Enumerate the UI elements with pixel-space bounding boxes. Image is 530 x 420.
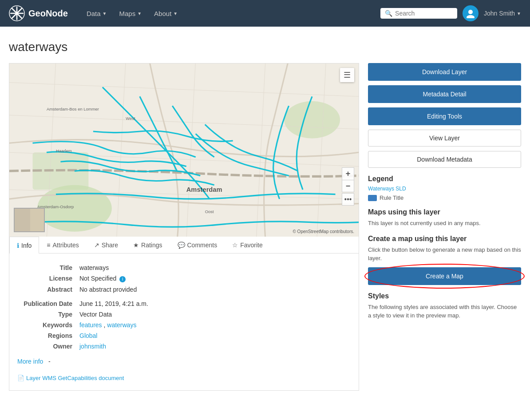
logo[interactable]: GeoNode — [9, 5, 68, 21]
nav-data[interactable]: Data ▼ — [81, 6, 112, 21]
legend-item: Rule Title — [368, 194, 521, 201]
table-row-abstract: Abstract No abstract provided — [14, 284, 354, 295]
maps-section-title: Maps using this layer — [368, 208, 521, 216]
avatar — [463, 5, 479, 21]
owner-link[interactable]: johnsmith — [79, 343, 106, 350]
table-row-owner: Owner johnsmith — [14, 341, 354, 352]
svg-point-6 — [467, 15, 475, 18]
svg-point-10 — [284, 101, 340, 139]
editing-tools-button[interactable]: Editing Tools — [368, 107, 521, 125]
search-icon: 🔍 — [385, 10, 392, 17]
regions-label: Regions — [14, 330, 76, 341]
tab-attributes[interactable]: ≡ Attributes — [39, 237, 86, 253]
regions-value: Global — [76, 330, 354, 341]
create-map-section: Create a map using this layer Click the … — [368, 235, 521, 285]
keyword-waterways[interactable]: waterways — [107, 321, 136, 329]
svg-text:Amsterdam: Amsterdam — [186, 186, 222, 193]
maps-section: Maps using this layer This layer is not … — [368, 208, 521, 228]
download-metadata-button[interactable]: Download Metadata — [368, 151, 521, 168]
map-attribution: © OpenStreetMap contributors. — [293, 229, 354, 234]
keywords-label: Keywords — [14, 320, 76, 330]
tab-ratings[interactable]: ★ Ratings — [126, 237, 170, 253]
view-layer-button[interactable]: View Layer — [368, 130, 521, 147]
styles-section: Styles The following styles are associat… — [368, 292, 521, 320]
svg-point-5 — [468, 10, 473, 14]
left-panel: Amsterdam Amsterdam-Bos en Lommer Haarle… — [9, 63, 359, 391]
table-row-separator — [14, 295, 354, 298]
type-value: Vector Data — [76, 309, 354, 320]
map-zoom-controls: + − — [342, 167, 354, 192]
ratings-star-icon: ★ — [133, 242, 139, 249]
page-title: waterways — [9, 40, 521, 54]
main-layout: Amsterdam Amsterdam-Bos en Lommer Haarle… — [9, 63, 521, 391]
pub-date-value: June 11, 2019, 4:21 a.m. — [76, 298, 354, 309]
pub-date-label: Publication Date — [14, 298, 76, 309]
nav-maps-label: Maps — [119, 10, 136, 17]
capabilities-anchor[interactable]: Layer WMS GetCapabilities document — [26, 375, 124, 381]
nav-maps-chevron: ▼ — [137, 11, 142, 16]
svg-text:West: West — [126, 116, 135, 121]
legend-rule-title: Rule Title — [380, 194, 403, 201]
tabs: ℹ Info ≡ Attributes ↗ Share ★ Ratings — [9, 237, 359, 254]
legend-title: Legend — [368, 175, 521, 183]
owner-label: Owner — [14, 341, 76, 352]
svg-text:Oost: Oost — [205, 209, 214, 214]
create-map-button[interactable]: Create a Map — [368, 267, 521, 285]
zoom-in-button[interactable]: + — [342, 167, 354, 180]
legend-swatch — [368, 195, 377, 201]
nav-maps[interactable]: Maps ▼ — [114, 6, 147, 21]
metadata-detail-button[interactable]: Metadata Detail — [368, 85, 521, 103]
region-global[interactable]: Global — [79, 332, 97, 339]
more-info-value: - — [48, 358, 51, 365]
map-thumbnail — [14, 208, 45, 232]
capabilities-link[interactable]: 📄 Layer WMS GetCapabilities document — [14, 371, 354, 381]
table-row-title: Title waterways — [14, 262, 354, 273]
download-layer-button[interactable]: Download Layer — [368, 63, 521, 81]
keyword-features[interactable]: features — [79, 321, 102, 329]
user-avatar-icon — [466, 8, 475, 18]
zoom-out-button[interactable]: − — [342, 180, 354, 192]
search-input[interactable] — [395, 10, 453, 17]
license-info-icon[interactable]: i — [119, 276, 126, 282]
tab-info[interactable]: ℹ Info — [9, 237, 39, 254]
table-row-pub-date: Publication Date June 11, 2019, 4:21 a.m… — [14, 298, 354, 309]
search-box[interactable]: 🔍 — [380, 8, 457, 19]
tab-share[interactable]: ↗ Share — [87, 237, 126, 253]
user-name-label: John Smith — [484, 10, 515, 17]
styles-text: The following styles are associated with… — [368, 303, 521, 320]
user-menu[interactable]: John Smith ▼ — [484, 10, 521, 17]
map-menu-button[interactable]: ☰ — [340, 68, 354, 82]
table-row-keywords: Keywords features , waterways — [14, 320, 354, 330]
logo-text: GeoNode — [28, 8, 68, 19]
map-dots-button[interactable]: ••• — [342, 193, 354, 206]
svg-text:Amsterdam-Bos en Lommer: Amsterdam-Bos en Lommer — [47, 107, 99, 111]
tab-favorite[interactable]: ☆ Favorite — [225, 237, 270, 253]
create-map-text: Click the button below to generate a new… — [368, 246, 521, 263]
user-menu-chevron: ▼ — [517, 11, 521, 16]
owner-value: johnsmith — [76, 341, 354, 352]
share-icon: ↗ — [94, 242, 99, 249]
abstract-label: Abstract — [14, 284, 76, 295]
table-row-type: Type Vector Data — [14, 309, 354, 320]
legend-sld-label: Waterways SLD — [368, 186, 521, 192]
title-label: Title — [14, 262, 76, 273]
info-panel: Title waterways License Not Specified i … — [9, 254, 359, 390]
nav-data-label: Data — [87, 10, 101, 17]
tab-comments[interactable]: 💬 Comments — [170, 237, 225, 253]
header-right: 🔍 John Smith ▼ — [380, 5, 521, 21]
sidebar: Download Layer Metadata Detail Editing T… — [368, 63, 521, 320]
license-value: Not Specified i — [76, 273, 354, 284]
keywords-value: features , waterways — [76, 320, 354, 330]
license-label: License — [14, 273, 76, 284]
attributes-icon: ≡ — [47, 242, 50, 249]
svg-text:Haarlem: Haarlem — [56, 148, 72, 153]
map-bg[interactable]: Amsterdam Amsterdam-Bos en Lommer Haarle… — [9, 63, 359, 237]
more-info-link[interactable]: More info — [17, 358, 43, 365]
table-row-license: License Not Specified i — [14, 273, 354, 284]
nav-about[interactable]: About ▼ — [149, 6, 183, 21]
abstract-value: No abstract provided — [76, 284, 354, 295]
type-label: Type — [14, 309, 76, 320]
nav-about-chevron: ▼ — [173, 11, 178, 16]
more-info-row: More info - — [14, 356, 354, 367]
legend-section: Legend Waterways SLD Rule Title — [368, 175, 521, 201]
